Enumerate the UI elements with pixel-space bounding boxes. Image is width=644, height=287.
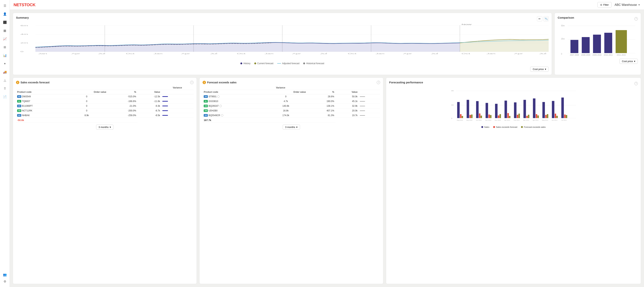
svg-text:Oct: Oct [237, 53, 246, 55]
svg-text:0: 0 [20, 51, 24, 53]
fes-help-icon[interactable]: ? [377, 81, 380, 84]
product-cell: AH NHBAK [16, 113, 66, 118]
sef-table: Variance Product code Order value % Valu… [16, 86, 194, 123]
dots-icon[interactable]: ⠿ [2, 85, 8, 92]
logo: NETSTOCK [14, 3, 36, 7]
circle-icon [220, 105, 222, 107]
fes-header: ℹ Forecast exceeds sales ? [202, 81, 380, 84]
main-area: NETSTOCK ⊙ Filter ABC Warehouse ▼ Summar… [10, 0, 644, 287]
menu-icon[interactable]: ☰ [2, 2, 8, 9]
svg-text:Jul: Jul [98, 53, 105, 55]
product-cell: AL GS33810 [202, 99, 265, 104]
badge: AL [204, 100, 208, 103]
product-cell: AM BQ26G07 [202, 104, 265, 108]
sef-months-dropdown[interactable]: 3 months ▾ [96, 125, 114, 130]
star-icon[interactable]: ✦ [2, 60, 8, 67]
legend-current-forecast: Current forecast [254, 62, 274, 65]
table-icon[interactable]: ▦ [2, 27, 8, 34]
edit-icon[interactable]: ✏ [537, 16, 542, 22]
badge: AH [17, 95, 21, 98]
legend-sales-exceeds-forecast: Sales exceeds forecast [493, 126, 518, 128]
comparison-title: Comparison [558, 16, 574, 19]
svg-rect-92 [545, 115, 547, 118]
svg-text:Jan: Jan [265, 53, 274, 55]
warehouse-selector[interactable]: ABC Warehouse ▼ [615, 3, 640, 7]
legend-forecast-exceeds-sales: Forecast exceeds sales [521, 126, 546, 128]
svg-text:Feb 2011: Feb 2011 [514, 119, 520, 121]
svg-text:Jul: Jul [431, 53, 438, 55]
person-icon[interactable]: 👤 [2, 11, 8, 17]
sef-col-product: Product code [16, 90, 66, 94]
circle-icon [217, 95, 220, 98]
table-row: AM NCT11RK 0 -200.0% -8.7k [16, 108, 194, 113]
sef-variance-sub-header: Variance [161, 86, 194, 90]
svg-text:2m: 2m [452, 104, 454, 106]
dashboard-icon[interactable]: ⬛ [2, 19, 8, 26]
fes-info-icon: ℹ [202, 81, 206, 84]
badge: AM [204, 109, 208, 112]
bar-chart-icon[interactable]: 📊 [2, 52, 8, 59]
app-name: NETSTOCK [14, 3, 36, 7]
legend-history: History [240, 62, 250, 65]
perf-chart: 4m 2m 0 Aug 2010 [389, 88, 638, 124]
alert-icon[interactable]: △ [2, 77, 8, 84]
svg-rect-75 [505, 101, 507, 118]
comparison-help-icon[interactable]: ? [634, 17, 638, 21]
table-row: AH ST9501 0 28.6% 50.0k [202, 94, 380, 99]
perf-title: Forecasting performance [389, 81, 423, 84]
truck-icon[interactable]: 🚚 [2, 69, 8, 75]
svg-rect-67 [486, 103, 488, 118]
svg-rect-100 [564, 115, 566, 118]
badge: AM [204, 105, 208, 107]
svg-text:Nov 2010: Nov 2010 [485, 119, 492, 121]
sales-exceeds-forecast-card: ℹ Sales exceeds forecast ? Variance Prod… [13, 78, 197, 284]
fes-months-dropdown[interactable]: 3 months ▾ [283, 125, 300, 130]
svg-text:Mar 2011: Mar 2011 [523, 119, 529, 121]
badge: AM [17, 109, 21, 112]
summary-card: Summary ✏ 📉 6m 4m 2m 0 [13, 13, 552, 75]
svg-rect-76 [508, 113, 509, 118]
sef-help-icon[interactable]: ? [190, 81, 194, 84]
svg-rect-72 [498, 115, 499, 118]
product-cell: AH BQ5549CR [202, 113, 265, 118]
svg-text:Apr: Apr [181, 53, 190, 55]
product-cell: AM UDH2B0 [202, 108, 265, 113]
header: NETSTOCK ⊙ Filter ABC Warehouse ▼ [10, 0, 644, 10]
sef-variance-header [16, 86, 161, 90]
summary-chart: 6m 4m 2m 0 [16, 23, 549, 61]
fes-title: Forecast exceeds sales [207, 81, 236, 84]
legend-historical-forecast-dot [303, 63, 305, 64]
header-right: ⊙ Filter ABC Warehouse ▼ [597, 2, 640, 8]
svg-rect-88 [536, 114, 537, 118]
chevron-down-icon: ▾ [296, 126, 298, 129]
svg-rect-39 [570, 40, 578, 53]
svg-text:Jul: Jul [210, 53, 218, 55]
svg-rect-79 [514, 102, 516, 118]
svg-text:Aug 2010: Aug 2010 [457, 119, 463, 121]
line-chart-icon[interactable]: 📉 [544, 16, 549, 22]
svg-text:Apr: Apr [292, 53, 301, 55]
svg-rect-89 [537, 115, 539, 118]
badge: AH [204, 114, 208, 117]
svg-text:Apr: Apr [514, 53, 523, 55]
table-row: AM UDH2B0 16.8k 407.1% 20.0k [202, 108, 380, 113]
settings-icon[interactable]: ⚙ [2, 278, 8, 285]
svg-text:Jul 2011: Jul 2011 [562, 119, 567, 121]
perf-header: Forecasting performance ? [389, 81, 638, 86]
person-group-icon[interactable]: 👥 [2, 271, 8, 278]
svg-text:Jan: Jan [376, 53, 385, 55]
chevron-down-icon: ▾ [634, 60, 635, 63]
grid-icon[interactable]: ⊞ [2, 44, 8, 51]
fes-table: Variance Product code Order value % Valu… [202, 86, 380, 123]
svg-rect-85 [528, 115, 530, 118]
file-icon[interactable]: 📄 [2, 93, 8, 100]
filter-button[interactable]: ⊙ Filter [597, 2, 612, 8]
sef-col-order: Order value [66, 90, 108, 94]
perf-help-icon[interactable]: ? [634, 82, 638, 85]
summary-cost-price-dropdown[interactable]: Cost price ▾ [530, 67, 549, 72]
product-cell: AH ST9501 [202, 94, 265, 99]
trending-icon[interactable]: 📈 [2, 35, 8, 42]
svg-text:Jan: Jan [38, 53, 47, 55]
svg-text:Jan: Jan [486, 53, 496, 55]
comparison-cost-price-dropdown[interactable]: Cost price ▾ [619, 59, 638, 64]
